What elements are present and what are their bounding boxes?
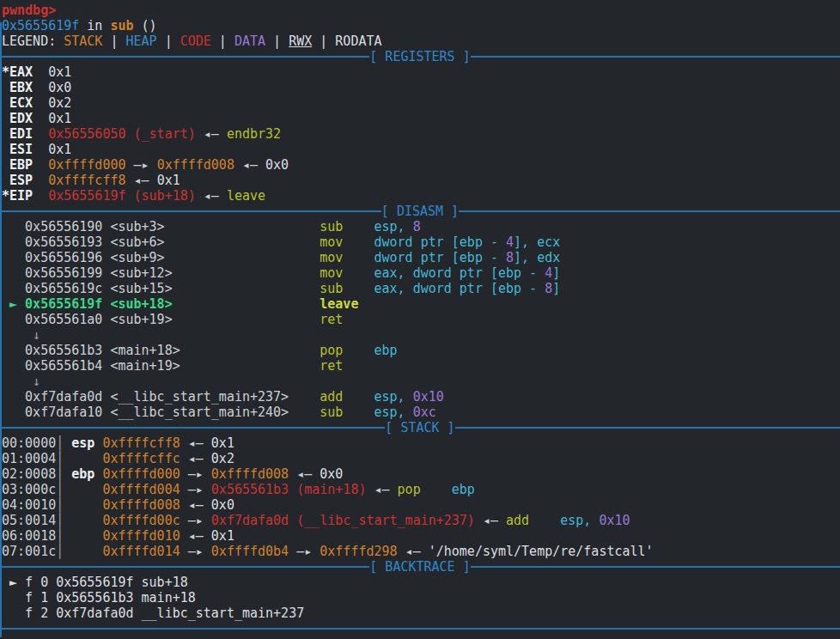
text-segment	[33, 126, 48, 142]
text-segment	[165, 219, 320, 234]
registers-header: [ REGISTERS ]	[0, 49, 840, 64]
text-segment: 0x2	[33, 95, 71, 111]
text-segment: 0x0	[265, 157, 289, 173]
text-segment	[405, 219, 413, 234]
register-name: EBP	[2, 157, 33, 173]
text-segment	[529, 513, 560, 528]
text-segment: 0xffffd008	[102, 497, 180, 513]
text-segment: 0xc	[413, 405, 436, 420]
text-segment	[343, 405, 374, 420]
backtrace-header-label: [ BACKTRACE ]	[369, 559, 470, 575]
register-name: ECX	[2, 95, 33, 111]
terminal-left-border	[0, 22, 2, 637]
current-instruction-marker: ►	[9, 296, 17, 312]
register-name: ESI	[2, 142, 33, 157]
text-segment: 0x565561b3 (main+18)	[211, 482, 367, 497]
stack-header: [ STACK ]	[0, 420, 840, 435]
legend-rodata: RODATA	[335, 33, 381, 49]
text-segment: 8	[545, 281, 552, 296]
text-segment	[64, 513, 102, 528]
prompt-line: pwndbg>	[2, 3, 840, 18]
text-segment: 8	[413, 219, 421, 234]
text-segment: │	[56, 466, 64, 482]
disasm-line: 0x565561b3 <main+18> pop ebp	[2, 343, 840, 358]
text-segment: LEGEND:	[2, 33, 64, 49]
text-segment: esp,	[374, 389, 405, 405]
register-edi: EDI 0x56556050 (_start) ◂— endbr32	[2, 126, 840, 142]
section-divider-line	[0, 56, 369, 58]
register-esi: ESI 0x1	[2, 142, 840, 157]
disasm-header-label: [ DISASM ]	[381, 204, 459, 219]
text-segment: 0x565561a0 <sub+19>	[25, 312, 173, 327]
stack-offset: 00:0000	[2, 435, 56, 451]
text-segment: ]	[552, 281, 560, 296]
text-segment: ◂—	[475, 513, 506, 528]
text-segment	[405, 389, 413, 405]
text-segment: in	[79, 18, 110, 33]
text-segment: eax, dword ptr [ebp -	[374, 265, 545, 281]
register-ebp: EBP 0xffffd000 —▸ 0xffffd008 ◂— 0x0	[2, 157, 840, 173]
text-segment: 0x56556199 <sub+12>	[25, 265, 173, 281]
text-segment: ◂—	[126, 173, 157, 188]
stack-register: esp	[71, 435, 94, 451]
text-segment: 0x565561b3 <main+18>	[25, 343, 180, 358]
text-segment: │	[56, 513, 64, 528]
text-segment: pop	[320, 343, 343, 358]
text-segment	[343, 389, 374, 405]
text-segment	[343, 250, 374, 265]
text-segment	[2, 281, 25, 296]
text-segment	[165, 250, 320, 265]
text-segment	[289, 405, 320, 420]
text-segment: 0xffffd298	[320, 544, 397, 559]
section-divider-line	[455, 427, 840, 429]
legend-heap: HEAP	[126, 33, 157, 49]
text-segment	[343, 281, 374, 296]
text-segment	[2, 265, 25, 281]
text-segment: |	[312, 33, 335, 49]
text-segment: 0x56556196 <sub+9>	[25, 250, 165, 265]
text-segment: —▸	[180, 482, 211, 497]
disasm-line: 0x56556199 <sub+12> mov eax, dword ptr […	[2, 265, 840, 281]
location-line: 0x5655619f in sub ()	[2, 18, 840, 33]
text-segment: ], edx	[514, 250, 560, 265]
text-segment	[2, 405, 25, 420]
section-divider-line	[459, 210, 840, 212]
register-name: EDI	[2, 126, 33, 142]
text-segment: 0x0	[33, 80, 71, 95]
text-segment	[64, 528, 102, 544]
text-segment: add	[320, 389, 343, 405]
disasm-line: 0x56556190 <sub+3> sub esp, 8	[2, 219, 840, 234]
register-ebx: EBX 0x0	[2, 80, 840, 95]
backtrace-frame: f 1 0x565561b3 main+18	[2, 590, 840, 606]
text-segment: │	[56, 435, 64, 451]
text-segment	[173, 312, 320, 327]
text-segment: sub	[320, 281, 343, 296]
register-name: EBX	[2, 80, 33, 95]
text-segment: 0x1	[33, 64, 71, 80]
text-segment: 0xffffcff8	[48, 173, 125, 188]
text-segment	[180, 358, 320, 374]
legend-rwx: RWX	[289, 33, 312, 49]
disasm-line: 0x565561a0 <sub+19> ret	[2, 312, 840, 327]
backtrace-frame: f 2 0xf7dafa0d __libc_start_main+237	[2, 606, 840, 621]
text-segment: ret	[320, 358, 343, 374]
text-segment: 0x56556050 (_start)	[48, 126, 196, 142]
text-segment: ◂—	[398, 544, 429, 559]
text-segment	[2, 234, 25, 250]
text-segment: 0x1	[33, 142, 71, 157]
stack-row: 07:001c│ 0xffffd014 —▸ 0xffffd0b4 —▸ 0xf…	[2, 544, 840, 559]
text-segment	[2, 358, 25, 374]
text-segment: leave	[320, 296, 358, 312]
text-segment: esp,	[560, 513, 591, 528]
stack-register: ebp	[71, 466, 94, 482]
text-segment: ◂—	[234, 157, 265, 173]
text-segment: 0x5655619f (sub+18)	[48, 188, 196, 204]
text-segment: ()	[134, 18, 157, 33]
disasm-line: 0x565561b4 <main+19> ret	[2, 358, 840, 374]
terminal[interactable]: pwndbg> 0x5655619f in sub ()LEGEND: STAC…	[0, 0, 840, 639]
stack-row: 03:000c│ 0xffffd004 —▸ 0x565561b3 (main+…	[2, 482, 840, 497]
text-segment: 4	[506, 234, 514, 250]
text-segment: │	[56, 451, 64, 466]
current-frame-marker: ►	[9, 575, 17, 590]
text-segment: endbr32	[227, 126, 281, 142]
